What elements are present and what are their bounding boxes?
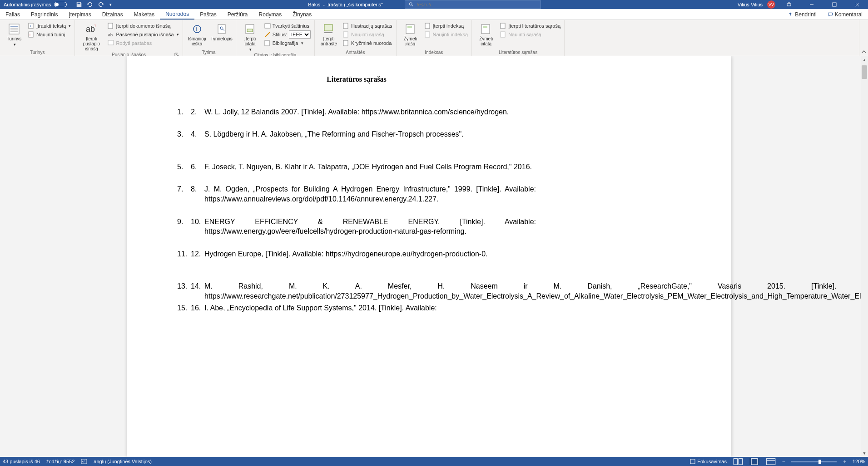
add-text-button[interactable]: +Įtraukti tekstą▾ [27, 22, 72, 30]
save-icon[interactable] [76, 1, 82, 8]
collapse-ribbon-button[interactable] [859, 20, 868, 56]
tab-pagrindinis[interactable]: Pagrindinis [25, 9, 63, 20]
zoom-level[interactable]: 120% [853, 459, 865, 464]
autosave-label: Automatinis įrašymas [4, 2, 51, 7]
tab-iterpimas[interactable]: Įterpimas [63, 9, 96, 20]
insert-toa-icon [500, 23, 506, 29]
ref-number-outer: 9. [177, 217, 191, 236]
tab-dizainas[interactable]: Dizainas [97, 9, 129, 20]
document-page[interactable]: Literatūros sąrašas 1.2.W. L. Jolly, 12 … [127, 56, 731, 457]
undo-icon[interactable] [87, 1, 93, 8]
svg-rect-46 [739, 458, 742, 465]
comments-button[interactable]: Komentarai [822, 9, 868, 20]
bibliography-button[interactable]: Bibliografija▾ [263, 39, 312, 47]
zoom-slider[interactable] [791, 461, 837, 462]
update-index-button[interactable]: Naujinti indeksą [424, 30, 469, 39]
insert-toa-button[interactable]: Įterpti literatūros sąrašą [499, 22, 561, 30]
tab-perziura[interactable]: Peržiūra [222, 9, 253, 20]
reference-row: 13.14.M. Rashid, M. K. A. Mesfer, H. Nas… [177, 281, 536, 301]
svg-rect-35 [406, 25, 414, 34]
cross-reference-button[interactable]: Kryžminė nuoroda [342, 39, 393, 47]
next-footnote-button[interactable]: abPaskesnė puslapio išnaša▾ [107, 30, 179, 39]
smart-lookup-button[interactable]: i Išmanioji ieška [186, 22, 208, 46]
maximize-button[interactable] [825, 0, 843, 9]
focus-icon [690, 459, 695, 464]
mark-entry-icon [404, 23, 417, 35]
update-figures-button[interactable]: Naujinti sąrašą [342, 30, 393, 39]
vertical-scrollbar[interactable]: ▲ ▼ [861, 56, 868, 457]
svg-rect-27 [247, 29, 253, 32]
print-layout-icon[interactable] [749, 458, 759, 465]
lightbulb-icon: i [191, 23, 203, 35]
page-info[interactable]: 43 puslapis iš 46 [3, 459, 40, 464]
style-dropdown[interactable]: IEEE [289, 30, 311, 39]
update-toa-button[interactable]: Naujinti sąrašą [499, 30, 561, 39]
spellcheck-icon[interactable] [81, 459, 87, 464]
researcher-icon [215, 23, 228, 35]
zoom-out-button[interactable]: − [782, 459, 785, 464]
autosave-toggle[interactable]: Automatinis įrašymas [4, 2, 67, 7]
svg-rect-40 [483, 26, 487, 28]
tab-zinynas[interactable]: Žinynas [287, 9, 317, 20]
toc-button[interactable]: Turinys▾ [3, 22, 25, 47]
svg-rect-2 [787, 4, 791, 6]
insert-footnote-button[interactable]: ab1 Įterpti puslapio išnašą [78, 22, 105, 51]
tab-rodymas[interactable]: Rodymas [253, 9, 288, 20]
mark-citation-button[interactable]: Žymėti citatą [475, 22, 497, 46]
svg-rect-23 [218, 25, 225, 34]
read-mode-icon[interactable] [733, 458, 743, 465]
svg-rect-28 [265, 24, 270, 28]
ref-number-inner: 10. [191, 217, 204, 236]
svg-rect-33 [343, 32, 348, 37]
scroll-down-button[interactable]: ▼ [861, 450, 868, 457]
citation-icon [244, 23, 257, 35]
update-toc-button[interactable]: !Naujinti turinį [27, 30, 72, 39]
insert-index-button[interactable]: Įterpti indeksą [424, 22, 469, 30]
group-research: i Išmanioji ieška Tyrinėtojas Tyrimai [183, 20, 236, 56]
search-box[interactable] [405, 0, 541, 9]
svg-line-1 [412, 5, 413, 6]
mark-entry-button[interactable]: Žymėti įrašą [399, 22, 422, 46]
scroll-up-button[interactable]: ▲ [861, 56, 868, 64]
web-layout-icon[interactable] [766, 458, 776, 465]
tab-failas[interactable]: Failas [0, 9, 25, 20]
svg-text:+: + [30, 24, 32, 28]
ref-number-outer: 7. [177, 184, 191, 204]
insert-caption-button[interactable]: Įterpti antraštę [317, 22, 340, 46]
tab-maketas[interactable]: Maketas [129, 9, 160, 20]
svg-rect-48 [766, 458, 775, 465]
word-count[interactable]: žodžių: 9552 [46, 459, 74, 464]
add-text-icon: + [28, 23, 35, 29]
group-citations: Įterpti citatą▾ Tvarkyti šaltinius Stili… [236, 20, 315, 56]
user-name[interactable]: Vilius Vilius [738, 2, 763, 7]
minimize-button[interactable] [803, 0, 821, 9]
user-avatar[interactable]: VV [767, 0, 775, 9]
share-button[interactable]: Bendrinti [782, 9, 822, 20]
manage-sources-button[interactable]: Tvarkyti šaltinius [263, 22, 312, 30]
tab-nuorodos[interactable]: Nuorodos [160, 9, 194, 20]
scroll-thumb[interactable] [862, 65, 867, 79]
citation-style-select[interactable]: Stilius: IEEE [263, 30, 312, 39]
zoom-in-button[interactable]: + [843, 459, 846, 464]
table-of-figures-button[interactable]: Iliustracijų sąrašas [342, 22, 393, 30]
insert-index-icon [425, 23, 431, 29]
search-icon [409, 2, 414, 7]
insert-endnote-button[interactable]: Įterpti dokumento išnašą [107, 22, 179, 30]
ref-text: M. Rashid, M. K. A. Mesfer, H. Naseem ir… [204, 281, 868, 301]
svg-rect-38 [425, 32, 430, 37]
redo-icon[interactable] [98, 1, 104, 8]
group-label: Tyrimai [186, 49, 233, 56]
language-status[interactable]: anglų (Jungtinės Valstijos) [94, 459, 152, 464]
document-title: Bakis - Įrašyta į „šis kompiuteris" [308, 2, 383, 7]
refresh-icon [500, 31, 506, 38]
search-input[interactable] [417, 2, 537, 7]
title-bar: Automatinis įrašymas ▾ Bakis - Įrašyta į… [0, 0, 868, 9]
focus-mode-button[interactable]: Fokusavimas [690, 459, 727, 464]
tab-pastas[interactable]: Paštas [194, 9, 222, 20]
show-notes-button[interactable]: Rodyti pastabas [107, 39, 179, 47]
researcher-button[interactable]: Tyrinėtojas [210, 22, 233, 41]
ribbon-options-icon[interactable] [780, 0, 798, 9]
ref-number-inner: 12. [191, 249, 204, 259]
close-button[interactable] [848, 0, 866, 9]
insert-citation-button[interactable]: Įterpti citatą▾ [239, 22, 262, 52]
